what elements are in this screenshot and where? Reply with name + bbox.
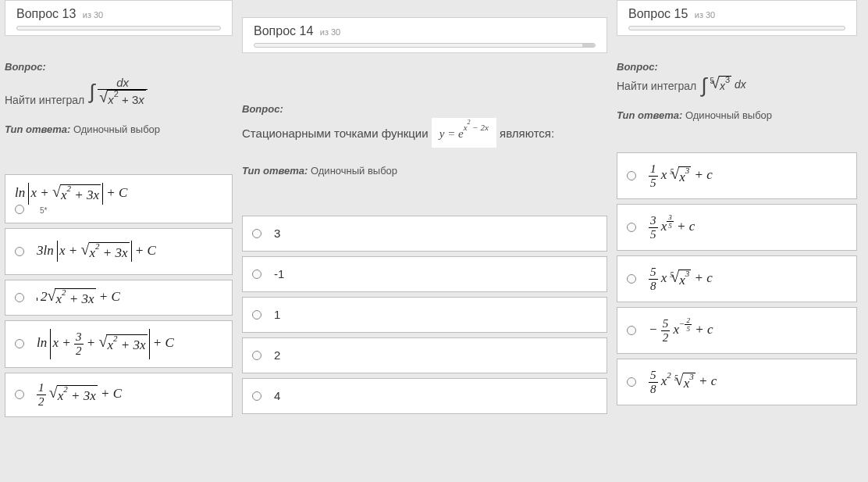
prompt: Найти интеграл ∫ dx x2 + 3x (5, 76, 233, 106)
option-2[interactable]: 3ln x + x2 + 3x + C (5, 228, 233, 275)
question-total: из 30 (320, 27, 341, 37)
question-total: из 30 (83, 10, 104, 20)
radio[interactable] (627, 326, 636, 335)
answer-type: Тип ответа: Одиночный выбор (5, 123, 233, 135)
answer-type: Тип ответа: Одиночный выбор (242, 165, 607, 177)
option-3[interactable]: 1 (242, 297, 607, 333)
option-3[interactable]: 58 x5x3 + c (617, 255, 857, 302)
progress-bar (16, 26, 221, 30)
integral-expression: ∫ dx x2 + 3x (89, 76, 148, 106)
prompt: Найти интеграл ∫5x3 dx (617, 76, 857, 92)
option-4[interactable]: − 52 x−25 + c (617, 307, 857, 354)
option-2[interactable]: 35 x35 + c (617, 204, 857, 251)
radio[interactable] (627, 377, 636, 387)
radio[interactable] (252, 229, 261, 238)
prompt-label: Вопрос: (242, 103, 607, 115)
option-4[interactable]: ln x + 32 + x2 + 3x + C (5, 320, 233, 368)
option-1[interactable]: 15 x5x3 + c (617, 152, 857, 199)
question-number: Вопрос 14 (254, 24, 317, 37)
answer-type: Тип ответа: Одиночный выбор (617, 109, 857, 121)
answer-options: 3 -1 1 2 4 (242, 216, 607, 419)
radio[interactable] (15, 247, 24, 256)
option-5[interactable]: 4 (242, 378, 607, 414)
answer-options: 15 x5x3 + c 35 x35 + c 58 x5x3 + c − 52 … (617, 152, 857, 410)
question-14: Вопрос 14 из 30 Вопрос: Стационарными то… (237, 17, 612, 482)
radio[interactable] (627, 274, 636, 284)
option-5[interactable]: 58 x25x3 + c (617, 359, 857, 405)
function-expression: y = ex2 − 2x (432, 118, 496, 148)
progress-bar (254, 43, 596, 48)
option-5[interactable]: 12 x2 + 3x + C (5, 373, 233, 417)
question-header: Вопрос 14 из 30 (242, 17, 607, 53)
radio[interactable] (252, 310, 261, 320)
option-1[interactable]: ln x + x2 + 3x + C 5* (5, 174, 233, 223)
radio[interactable] (627, 223, 636, 232)
question-header: Вопрос 13 из 30 (5, 0, 233, 36)
option-4[interactable]: 2 (242, 337, 607, 373)
answer-options: ln x + x2 + 3x + C 5* 3ln x + x2 + 3x + … (5, 174, 233, 422)
radio[interactable] (627, 171, 636, 180)
question-total: из 30 (695, 10, 716, 20)
radio[interactable] (15, 390, 24, 399)
option-2[interactable]: -1 (242, 256, 607, 292)
integral-expression: ∫5x3 dx (701, 76, 745, 92)
question-number: Вопрос 15 (628, 7, 692, 20)
radio[interactable] (252, 270, 261, 279)
question-13: Вопрос 13 из 30 Вопрос: Найти интеграл ∫… (0, 0, 237, 482)
progress-bar (628, 26, 845, 30)
prompt-label: Вопрос: (5, 61, 233, 73)
option-3[interactable]: 2x2 + 3x + C (5, 280, 233, 316)
radio[interactable] (15, 339, 24, 348)
question-15: Вопрос 15 из 30 Вопрос: Найти интеграл ∫… (612, 0, 862, 482)
prompt: Стационарными точками функции y = ex2 − … (242, 118, 607, 148)
radio[interactable] (15, 293, 24, 302)
prompt-label: Вопрос: (617, 61, 857, 73)
question-header: Вопрос 15 из 30 (617, 0, 857, 36)
radio[interactable] (252, 351, 261, 360)
radio[interactable] (252, 391, 261, 401)
option-1[interactable]: 3 (242, 216, 607, 252)
question-number: Вопрос 13 (16, 7, 80, 20)
